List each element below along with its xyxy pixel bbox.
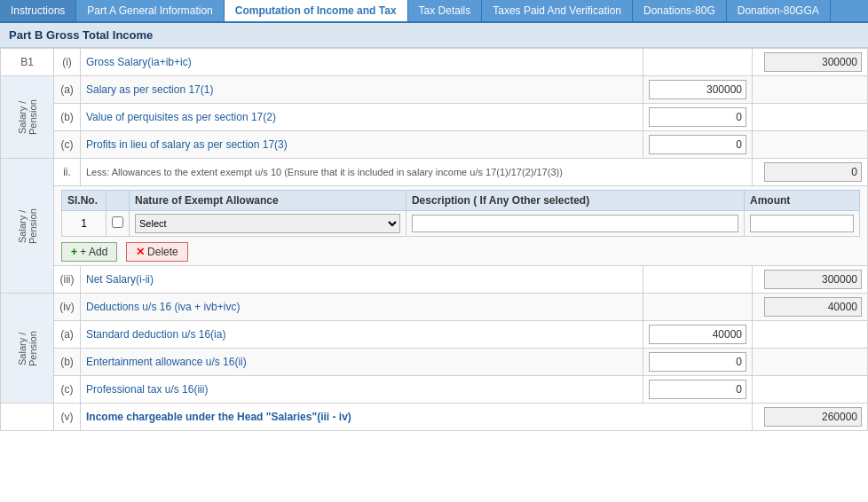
ii-desc: Less: Allowances to the extent exempt u/… [81, 159, 753, 186]
table-row-ii: Salary /Pension ii. Less: Allowances to … [1, 159, 868, 186]
c2-desc: Professional tax u/s 16(iii) [81, 376, 643, 404]
table-row-v: (v) Income chargeable under the Head "Sa… [1, 404, 868, 431]
iv-value-cell [753, 294, 868, 321]
allowance-buttons: + + Add ✕ Delete [61, 242, 860, 262]
iii-empty [643, 266, 753, 294]
allowance-sub-table: Sl.No. Nature of Exempt Allowance Descri… [61, 190, 860, 237]
side-label-salary-3: Salary /Pension [1, 294, 54, 404]
tab-tax-details[interactable]: Tax Details [408, 0, 483, 21]
b1-sub: (i) [54, 49, 81, 76]
tab-instructions[interactable]: Instructions [0, 0, 76, 21]
tab-bar: Instructions Part A General Information … [0, 0, 868, 23]
v-label-empty [1, 404, 54, 431]
ii-value-cell [753, 159, 868, 186]
allowance-header-row: Sl.No. Nature of Exempt Allowance Descri… [62, 191, 860, 211]
b1-label: B1 [1, 49, 54, 76]
a1-desc: Salary as per section 17(1) [81, 76, 643, 104]
a1-value-cell [643, 76, 753, 104]
allowance-amount-input[interactable] [750, 215, 854, 232]
allowance-nature-cell: Select [130, 211, 406, 237]
a1-sub: (a) [54, 76, 81, 104]
c2-value-cell [643, 376, 753, 404]
col-slno: Sl.No. [62, 191, 107, 211]
b1b-empty-right [753, 104, 868, 131]
table-row-c1: (c) Profits in lieu of salary as per sec… [1, 131, 868, 159]
iii-value-cell [753, 266, 868, 294]
ii-value-input[interactable] [764, 162, 862, 182]
b2-sub: (b) [54, 349, 81, 376]
b2-value-input[interactable] [649, 352, 746, 372]
a1-value-input[interactable] [649, 80, 746, 99]
table-row-b2: (b) Entertainment allowance u/s 16(ii) [1, 349, 868, 376]
allowance-desc-input[interactable] [412, 215, 738, 232]
tab-taxes-paid[interactable]: Taxes Paid And Verification [482, 0, 633, 21]
side-label-salary-2: Salary /Pension [1, 159, 54, 294]
allowance-data-row: 1 Select [62, 211, 860, 237]
a2-value-cell [643, 321, 753, 349]
tab-donation-80gga[interactable]: Donation-80GGA [727, 0, 831, 21]
table-row-b1: B1 (i) Gross Salary(ia+ib+ic) [1, 49, 868, 76]
allowance-slno: 1 [62, 211, 107, 237]
iv-sub: (iv) [54, 294, 81, 321]
allowance-checkbox[interactable] [112, 216, 123, 228]
v-value-cell [753, 404, 868, 431]
table-row-iv: Salary /Pension (iv) Deductions u/s 16 (… [1, 294, 868, 321]
allowance-table-cell: Sl.No. Nature of Exempt Allowance Descri… [54, 186, 868, 266]
tab-donations-80g[interactable]: Donations-80G [633, 0, 727, 21]
plus-icon: + [71, 246, 77, 258]
col-nature: Nature of Exempt Allowance [130, 191, 406, 211]
b2-value-cell [643, 349, 753, 376]
c1-empty-right [753, 131, 868, 159]
b1b-value-input[interactable] [649, 107, 746, 127]
v-desc: Income chargeable under the Head "Salari… [81, 404, 753, 431]
iv-empty [643, 294, 753, 321]
delete-button[interactable]: ✕ Delete [126, 242, 188, 262]
b1b-sub: (b) [54, 104, 81, 131]
b1-value-cell [753, 49, 868, 76]
c1-sub: (c) [54, 131, 81, 159]
table-row-c2: (c) Professional tax u/s 16(iii) [1, 376, 868, 404]
b1-value-input[interactable] [764, 52, 862, 72]
side-label-salary-1: Salary /Pension [1, 76, 54, 159]
c1-value-cell [643, 131, 753, 159]
c1-value-input[interactable] [649, 135, 746, 154]
v-value-input[interactable] [764, 407, 862, 427]
c1-desc: Profits in lieu of salary as per section… [81, 131, 643, 159]
b1-desc: Gross Salary(ia+ib+ic) [81, 49, 643, 76]
tab-computation[interactable]: Computation of Income and Tax [225, 0, 408, 21]
table-row-a2: (a) Standard deduction u/s 16(ia) [1, 321, 868, 349]
b1-empty [643, 49, 753, 76]
c2-empty-right [753, 376, 868, 404]
add-label: + Add [80, 246, 107, 258]
add-button[interactable]: + + Add [61, 242, 117, 262]
a2-sub: (a) [54, 321, 81, 349]
iii-value-input[interactable] [764, 270, 862, 289]
b2-empty-right [753, 349, 868, 376]
table-row-a1: Salary /Pension (a) Salary as per sectio… [1, 76, 868, 104]
b1b-value-cell [643, 104, 753, 131]
col-description: Description ( If Any Other selected) [406, 191, 744, 211]
col-amount: Amount [745, 191, 860, 211]
table-row-iii: (iii) Net Salary(i-ii) [1, 266, 868, 294]
v-sub: (v) [54, 404, 81, 431]
col-checkbox [107, 191, 130, 211]
table-row-b1b: (b) Value of perquisites as per section … [1, 104, 868, 131]
b1b-desc: Value of perquisites as per section 17(2… [81, 104, 643, 131]
a1-empty-right [753, 76, 868, 104]
c2-value-input[interactable] [649, 380, 746, 399]
allowance-desc-cell [406, 211, 744, 237]
iv-desc: Deductions u/s 16 (iva + ivb+ivc) [81, 294, 643, 321]
allowance-nature-select[interactable]: Select [135, 214, 400, 233]
tab-part-a[interactable]: Part A General Information [76, 0, 224, 21]
c2-sub: (c) [54, 376, 81, 404]
allowance-checkbox-cell [107, 211, 130, 237]
iv-value-input[interactable] [764, 297, 862, 317]
income-table: B1 (i) Gross Salary(ia+ib+ic) Salary /Pe… [0, 48, 868, 431]
delete-label: Delete [147, 246, 178, 258]
b2-desc: Entertainment allowance u/s 16(ii) [81, 349, 643, 376]
iii-desc: Net Salary(i-ii) [81, 266, 643, 294]
table-row-allowance-table: Sl.No. Nature of Exempt Allowance Descri… [1, 186, 868, 266]
iii-sub: (iii) [54, 266, 81, 294]
a2-value-input[interactable] [649, 325, 746, 344]
ii-sub: ii. [54, 159, 81, 186]
